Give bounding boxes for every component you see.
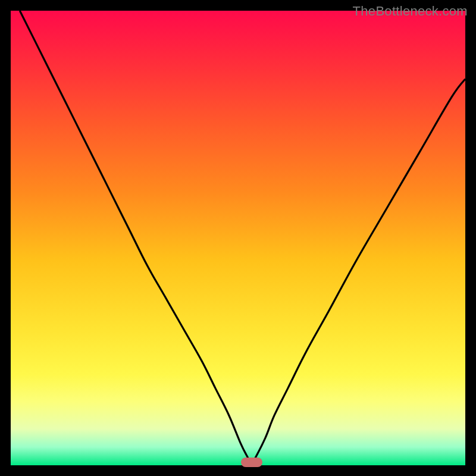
chart-frame: TheBottleneck.com (0, 0, 476, 476)
minimum-marker (241, 458, 262, 467)
watermark-text: TheBottleneck.com (353, 4, 468, 19)
plot-area (11, 11, 465, 465)
bottleneck-curve (11, 11, 465, 465)
